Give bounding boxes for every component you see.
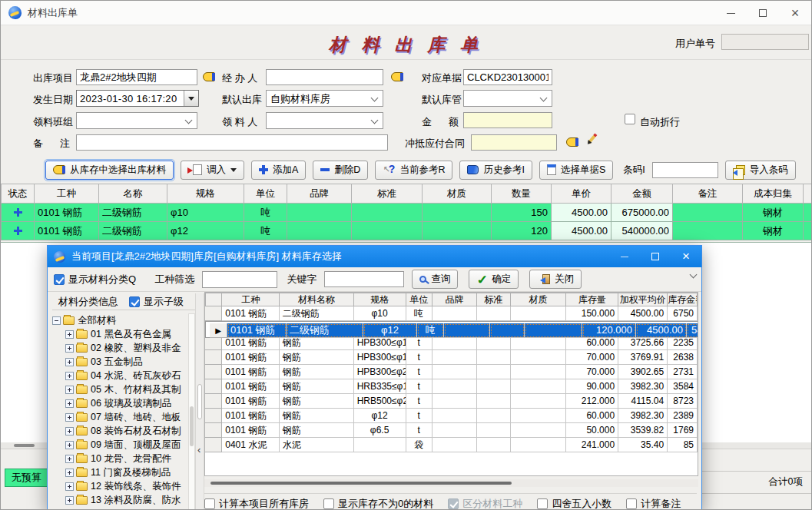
trade-filter-select[interactable] [202,271,277,288]
scrollbar-thumb[interactable] [210,482,512,485]
tree-item[interactable]: 12 装饰线条、装饰件 [52,479,187,493]
tree-item[interactable]: 13 涂料及防腐、防水 [52,493,187,507]
team-select[interactable] [76,112,197,129]
table-cell[interactable] [511,394,567,409]
column-header[interactable]: 库存金额 [668,293,698,306]
table-cell[interactable] [210,323,227,338]
round-decimal-checkbox[interactable] [537,498,548,509]
table-cell[interactable] [433,306,477,321]
table-cell[interactable]: 3902.65 [618,365,668,379]
table-cell[interactable]: 70.000 [566,365,618,379]
table-cell[interactable]: 2731 [668,365,698,379]
table-cell[interactable]: 钢筋 [280,394,354,409]
table-cell[interactable]: 0101 钢筋 [222,394,280,409]
current-ref-button[interactable]: 当前参考R [375,161,452,180]
table-cell[interactable]: 4500.00 [552,204,611,222]
table-cell[interactable]: 120.000 [582,323,636,338]
table-cell[interactable] [477,350,511,365]
table-cell[interactable] [477,379,511,394]
table-row[interactable]: 0401 水泥水泥袋241.00035.4085 [205,438,698,452]
table-row[interactable]: 0101 钢筋钢筋HPB300≤φ2t70.0003902.652731 [205,365,698,379]
keyword-input[interactable] [324,271,404,287]
table-row[interactable]: 0101 钢筋钢筋φ6.5t50.0003539.821769 [205,423,698,438]
table-cell[interactable]: 2389 [668,409,698,423]
tree-vertical-scrollbar[interactable] [188,313,195,510]
table-cell[interactable]: 吨 [406,306,433,321]
table-cell[interactable] [352,222,423,240]
ok-button[interactable]: 确定 [469,270,519,289]
table-cell[interactable]: 0101 钢筋 [222,365,280,379]
scrollbar-thumb[interactable] [190,406,194,446]
table-cell[interactable] [444,323,490,338]
table-cell[interactable]: 二级钢筋 [287,323,363,338]
table-cell[interactable] [433,379,477,394]
table-cell[interactable] [511,350,567,365]
column-header[interactable]: 材质 [423,184,492,204]
column-header[interactable]: 品牌 [287,184,352,204]
table-cell[interactable] [205,379,222,394]
tree-item[interactable]: 10 龙骨、龙骨配件 [52,452,187,465]
table-cell[interactable] [423,204,492,222]
table-cell[interactable]: 4500.00 [618,306,668,321]
table-row[interactable]: 0101 钢筋二级钢筋φ12吨1204500.00540000.00钢材 [1,222,812,240]
table-cell[interactable]: 4500.00 [636,323,687,338]
barcode-input[interactable] [652,162,718,178]
table-cell[interactable] [804,222,812,240]
expand-icon[interactable] [65,330,74,339]
table-cell[interactable] [477,438,511,452]
tree-item[interactable]: 01 黑色及有色金属 [52,327,187,341]
table-cell[interactable]: 0101 钢筋 [222,379,280,394]
column-header[interactable]: 材质 [511,293,567,306]
table-cell[interactable]: t [406,350,433,365]
table-cell[interactable] [423,222,492,240]
tree-item[interactable]: 03 五金制品 [52,355,187,369]
table-cell[interactable]: 8723 [668,394,698,409]
table-cell[interactable]: 二级钢筋 [99,222,167,240]
table-cell[interactable] [477,365,511,379]
table-cell[interactable]: 5400 [687,323,698,338]
table-cell[interactable] [433,350,477,365]
table-row[interactable]: 0101 钢筋二级钢筋φ10吨150.0004500.006750 [205,306,698,321]
collapse-icon[interactable] [52,316,61,325]
table-cell[interactable]: 水泥 [280,438,354,452]
date-dropdown-icon[interactable] [184,91,198,106]
table-cell[interactable] [205,306,222,321]
expand-icon[interactable] [65,344,74,353]
dialog-maximize-button[interactable] [640,246,671,267]
table-row[interactable]: 0101 钢筋钢筋HRB500≤φ2t212.0004115.048723 [205,394,698,409]
table-cell[interactable]: t [406,379,433,394]
table-cell[interactable]: HPB300≤φ2 [354,365,406,379]
column-header[interactable]: 工种 [222,293,280,306]
column-header[interactable]: 品牌 [433,293,477,306]
table-cell[interactable] [477,306,511,321]
tree-item[interactable]: 11 门窗及楼梯制品 [52,465,187,479]
default-keeper-select[interactable] [463,90,552,107]
expand-icon[interactable] [65,482,74,491]
tree-item[interactable]: 05 木、竹材料及其制 [52,382,187,396]
table-cell[interactable]: 0101 钢筋 [222,350,280,365]
pane-splitter[interactable] [195,293,204,510]
table-cell[interactable] [511,365,567,379]
show-children-checkbox[interactable] [129,296,140,307]
table-cell[interactable]: 1769 [668,423,698,438]
expand-icon[interactable] [65,386,74,394]
table-cell[interactable]: 钢材 [743,204,804,222]
tree-item[interactable]: 06 玻璃及玻璃制品 [52,396,187,410]
pull-in-button[interactable]: 调入 [181,161,244,180]
column-header[interactable]: 单价 [552,184,611,204]
dialog-close-button[interactable] [671,246,701,267]
table-cell[interactable] [433,394,477,409]
column-header[interactable] [205,293,222,306]
edit-contract-pencil-icon[interactable] [588,133,598,144]
minimize-button[interactable] [714,1,747,25]
table-cell[interactable]: 60.000 [566,409,618,423]
show-category-checkbox[interactable] [54,274,65,285]
date-combobox[interactable]: 2023-01-30 16:17:20 [76,90,199,107]
table-cell[interactable]: 212.000 [566,394,618,409]
table-cell[interactable] [511,438,567,452]
select-from-stock-button[interactable]: 从库存中选择出库材料 [45,161,174,180]
expand-icon[interactable] [65,427,74,435]
dialog-horizontal-scrollbar[interactable] [204,479,698,487]
table-cell[interactable]: 钢材 [743,222,804,240]
table-cell[interactable]: 钢筋 [280,379,354,394]
